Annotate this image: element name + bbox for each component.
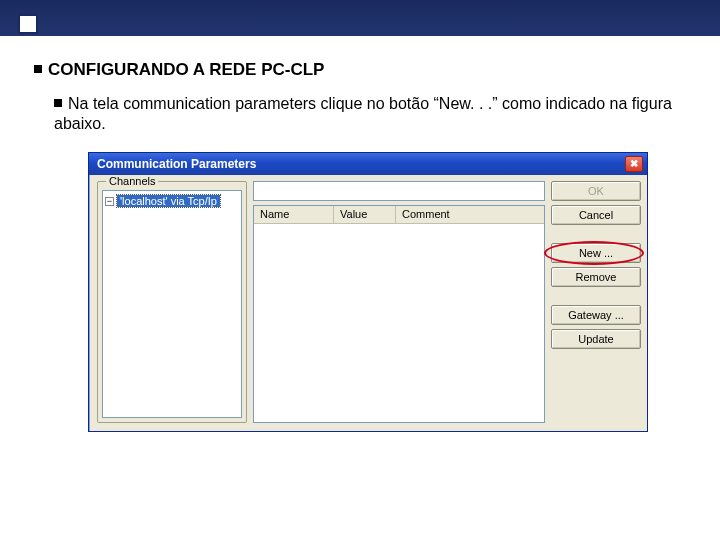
parameter-grid[interactable]: Name Value Comment [253, 205, 545, 423]
new-button[interactable]: New ... [551, 243, 641, 263]
communication-parameters-dialog: Communication Parameters ✖ Channels − 'l… [88, 152, 648, 432]
annotation-circle-icon [544, 241, 644, 265]
button-column: OK Cancel New ... Remove Gateway ... Upd… [551, 181, 641, 423]
tree-collapse-icon[interactable]: − [105, 197, 114, 206]
cancel-button[interactable]: Cancel [551, 205, 641, 225]
remove-button[interactable]: Remove [551, 267, 641, 287]
tree-item-localhost[interactable]: 'localhost' via Tcp/Ip [117, 195, 220, 207]
grid-header: Name Value Comment [254, 206, 544, 224]
gateway-button[interactable]: Gateway ... [551, 305, 641, 325]
col-comment: Comment [396, 206, 544, 223]
tree-row[interactable]: − 'localhost' via Tcp/Ip [105, 195, 239, 207]
col-value: Value [334, 206, 396, 223]
slide-title-text: CONFIGURANDO A REDE PC-CLP [48, 60, 324, 79]
update-button[interactable]: Update [551, 329, 641, 349]
channels-group: Channels − 'localhost' via Tcp/Ip [97, 181, 247, 423]
close-button[interactable]: ✖ [625, 156, 643, 172]
dialog-titlebar[interactable]: Communication Parameters ✖ [89, 153, 647, 175]
dialog-title: Communication Parameters [97, 157, 256, 171]
bullet-icon [54, 99, 62, 107]
bullet-icon [34, 65, 42, 73]
slide-top-bar [0, 0, 720, 36]
close-icon: ✖ [630, 158, 638, 169]
details-header-box [253, 181, 545, 201]
channels-tree[interactable]: − 'localhost' via Tcp/Ip [102, 190, 242, 418]
col-name: Name [254, 206, 334, 223]
ok-button: OK [551, 181, 641, 201]
corner-square-icon [18, 14, 38, 34]
slide-title: CONFIGURANDO A REDE PC-CLP [34, 60, 720, 80]
details-column: Name Value Comment [253, 181, 545, 423]
slide-body-text: Na tela communication parameters clique … [54, 95, 672, 132]
channels-legend: Channels [106, 175, 158, 187]
slide-body: Na tela communication parameters clique … [54, 94, 686, 134]
